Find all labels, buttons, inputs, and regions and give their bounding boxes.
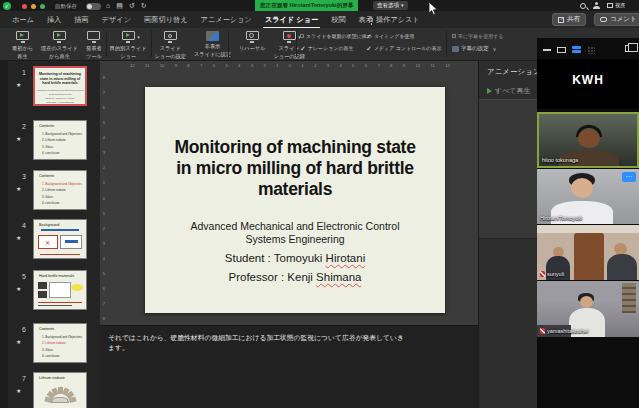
home-icon[interactable]: ⌂ — [106, 2, 110, 9]
ruler-number: 4 — [101, 135, 107, 140]
ruler-number: 12 — [130, 63, 135, 68]
share-button[interactable]: 共有 — [552, 13, 586, 26]
ribbon-button[interactable]: 最初から再生 — [8, 30, 37, 59]
close-window-button[interactable] — [22, 4, 27, 9]
ribbon-button[interactable]: 現在のスライドから再生 — [37, 30, 82, 59]
participant-name: HirotaniTomoyuki — [540, 215, 582, 221]
speaker-view-icon[interactable] — [572, 46, 581, 54]
ruler-number: 1 — [101, 211, 107, 216]
autosave-label: 自動保存 — [55, 3, 77, 10]
minimize-window-button[interactable] — [31, 4, 36, 9]
thumb-shape — [38, 305, 72, 307]
participant-tile[interactable]: HirotaniTomoyuki⋯ — [537, 169, 639, 224]
autosave-toggle[interactable] — [86, 3, 101, 10]
thumb-image — [38, 282, 47, 289]
ribbon-checkbox[interactable]: スライドを最新の状態に保つ — [300, 33, 366, 39]
subtitle-group: 常に字幕を使用する 字幕の設定∨ — [452, 33, 503, 52]
checkbox-label: タイミングを使用 — [374, 33, 415, 39]
ribbon-button[interactable]: 発表者ツール — [82, 30, 106, 59]
ribbon-button[interactable]: スライドショーの設定 — [151, 30, 191, 59]
ribbon-separator — [106, 31, 107, 57]
chevron-down-icon: ∨ — [493, 46, 497, 52]
mouse-cursor — [428, 2, 438, 16]
ruler-number: 6 — [101, 105, 107, 110]
zoom-view-controls — [543, 46, 595, 54]
participant-tile[interactable]: hitoo tokunaga — [537, 112, 639, 168]
ruler-number: 1 — [276, 63, 278, 68]
tab[interactable]: 描画 — [74, 15, 88, 25]
slide-number: 3 — [14, 173, 26, 180]
tab[interactable]: デザイン — [102, 15, 131, 25]
checkmark-icon: ✓ — [366, 46, 372, 51]
ribbon-checkbox[interactable]: ✓ナレーションの再生 — [300, 45, 366, 51]
thumb-title: Contents — [34, 121, 86, 128]
menubar-right-icons: 视图 — [580, 0, 625, 11]
ruler-number: 3 — [251, 63, 253, 68]
comment-button[interactable]: コメント — [594, 13, 639, 26]
view-options-button[interactable]: 查看选项 — [373, 1, 408, 10]
muted-mic-icon — [540, 328, 545, 334]
minimize-icon[interactable] — [543, 49, 551, 51]
undo-icon[interactable]: ↺ — [129, 2, 135, 10]
ribbon-button[interactable]: リハーサル — [235, 30, 269, 52]
ribbon-button-label: ショーの設定 — [155, 53, 187, 60]
more-options-badge[interactable]: ⋯ — [622, 172, 636, 182]
thumb-items: 1. Background and Objectives2. Lithium n… — [34, 128, 86, 156]
tab[interactable]: 校閲 — [331, 15, 345, 25]
slide-thumbnail[interactable]: Lithium niobate — [33, 372, 87, 408]
tab-bar: ホーム挿入描画デザイン画面切り替えアニメーションスライド ショー校閲表示 — [12, 11, 373, 28]
slide-student-line: Student : Tomoyuki Hirotani — [145, 252, 445, 264]
tab[interactable]: アニメーション — [201, 15, 252, 25]
ruler-number: 2 — [101, 226, 107, 231]
participant-tile[interactable]: sunyuli — [537, 225, 639, 280]
zoom-window-button[interactable] — [40, 4, 45, 9]
ribbon-button-label: 発表者 — [86, 45, 102, 52]
participant-name: sunyuli — [547, 271, 564, 277]
always-use-subtitles-checkbox[interactable]: 常に字幕を使用する — [452, 33, 503, 39]
checkbox-label: メディア コントロールの表示 — [374, 45, 442, 51]
gallery-view-icon[interactable] — [587, 46, 595, 54]
room-shelf — [622, 283, 636, 313]
slide-thumbnail[interactable]: Contents1. Background and Objectives2. L… — [33, 323, 87, 363]
participant-name: yamashitakouhei — [547, 328, 588, 334]
fan-segment — [68, 396, 76, 403]
slide-editor: 1211109876543210123456789101112 87654321… — [100, 61, 478, 325]
tab[interactable]: ホーム — [12, 15, 34, 25]
slide-thumbnail[interactable]: Contents1. Background and Objectives2. L… — [33, 170, 87, 210]
tab[interactable]: 挿入 — [47, 15, 61, 25]
redo-icon[interactable]: ↻ — [141, 2, 147, 10]
thumb-items: 1. Background and Objectives2. Lithium n… — [34, 178, 86, 206]
zoom-share-banner: 您正在观看 HirotaniTomoyuki的屏幕 — [255, 0, 358, 11]
play-all-button[interactable]: すべて再生 — [487, 86, 531, 96]
slide-thumbnail[interactable]: Monitoring of machining state in micro m… — [33, 66, 87, 106]
ruler-number: 2 — [263, 63, 265, 68]
tab[interactable]: 画面切り替え — [144, 15, 187, 25]
save-icon[interactable]: ▤ — [116, 2, 123, 10]
tab[interactable]: スライド ショー — [265, 15, 318, 25]
participant-tile[interactable]: yamashitakouhei — [537, 281, 639, 337]
slide-thumbnail[interactable]: Hard brittle materials — [33, 270, 87, 310]
quick-access-toolbar: ⌂▤↺↻ — [106, 0, 147, 11]
subtitle-settings-button[interactable]: 字幕の設定∨ — [452, 45, 503, 52]
notes-pane[interactable]: それではこれから、硬脆性材料の微細加工における加工状態の監視について広谷が発表し… — [100, 325, 478, 408]
presenter-icon[interactable] — [593, 2, 600, 9]
ribbon-button-label: ツール — [86, 53, 102, 60]
search-icon[interactable] — [580, 3, 586, 9]
participant-tile[interactable]: KWH — [537, 59, 639, 109]
ribbon-button[interactable]: ▾目的別スライドショー — [106, 30, 151, 59]
monitor-play-icon: ▾ — [121, 31, 136, 44]
slide-thumbnail-pane: 1★Monitoring of machining state in micro… — [0, 61, 100, 408]
thumb-item: 4. conclusion — [42, 200, 86, 206]
slide-thumbnail[interactable]: Background — [33, 219, 87, 259]
tab-assist[interactable]: 操作アシスト — [368, 11, 420, 28]
ruler-number: 2 — [314, 63, 316, 68]
ribbon-button-label: から再生 — [49, 53, 70, 60]
slide-thumbnail[interactable]: Contents1. Background and Objectives2. L… — [33, 120, 87, 160]
slide-canvas[interactable]: Monitoring of machining state in micro m… — [145, 87, 445, 313]
lightbulb-icon — [368, 17, 373, 22]
zoom-view-button[interactable]: 视图 — [607, 2, 625, 9]
ribbon-button-label: スライドに設定 — [194, 51, 231, 58]
ribbon-button-label: 目的別スライド — [110, 45, 147, 52]
exit-fullscreen-icon[interactable] — [625, 45, 633, 52]
minimal-view-icon[interactable] — [557, 47, 566, 53]
